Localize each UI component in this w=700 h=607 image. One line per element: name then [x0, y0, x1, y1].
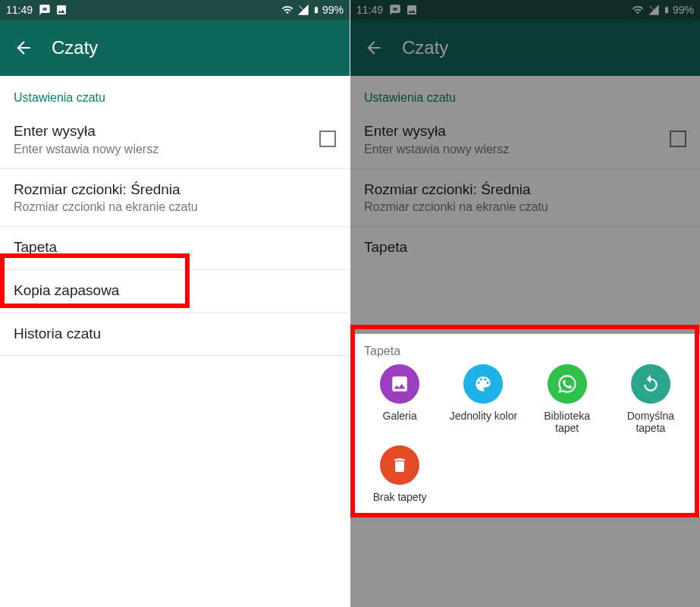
- setting-primary: Rozmiar czcionki: Średnia: [14, 180, 336, 200]
- setting-item-history[interactable]: Historia czatu: [0, 313, 350, 357]
- annotation-highlight-sheet: [350, 325, 699, 517]
- signal-icon: [297, 4, 310, 16]
- status-notification-icons: [39, 4, 67, 16]
- back-button[interactable]: [14, 38, 33, 58]
- battery-percent: 99%: [322, 4, 344, 16]
- app-bar-title: Czaty: [52, 37, 98, 58]
- picture-icon: [55, 4, 67, 16]
- settings-content: Ustawienia czatu Enter wysyła Enter wsta…: [0, 76, 350, 356]
- setting-item-font-size[interactable]: Rozmiar czcionki: Średnia Rozmiar czcion…: [0, 169, 350, 228]
- setting-primary: Historia czatu: [14, 324, 336, 344]
- screen-settings: 11:49 99% Czaty Ustawienia czatu Enter w…: [0, 0, 350, 607]
- status-right-icons: 99%: [281, 4, 344, 16]
- status-time: 11:49: [6, 4, 33, 16]
- checkbox-enter-sends[interactable]: [319, 131, 336, 147]
- setting-item-wallpaper[interactable]: Tapeta: [0, 227, 350, 270]
- battery-icon: [312, 4, 320, 16]
- section-header-chat-settings: Ustawienia czatu: [0, 76, 350, 111]
- setting-primary: Kopia zapasowa: [14, 281, 336, 300]
- setting-secondary: Rozmiar czcionki na ekranie czatu: [14, 200, 336, 214]
- setting-primary: Tapeta: [14, 237, 336, 257]
- message-icon: [39, 4, 51, 16]
- arrow-back-icon: [14, 38, 33, 58]
- setting-primary: Enter wysyła: [14, 121, 319, 141]
- setting-item-backup[interactable]: Kopia zapasowa: [0, 270, 350, 313]
- setting-secondary: Enter wstawia nowy wiersz: [14, 143, 319, 156]
- screen-wallpaper-picker: 11:49 99% Czaty Ustawienia czatu Enter w…: [350, 0, 700, 607]
- wifi-icon: [281, 4, 294, 16]
- app-bar-left: Czaty: [0, 20, 350, 76]
- setting-item-enter-sends[interactable]: Enter wysyła Enter wstawia nowy wiersz: [0, 111, 350, 169]
- status-bar-left: 11:49 99%: [0, 0, 350, 20]
